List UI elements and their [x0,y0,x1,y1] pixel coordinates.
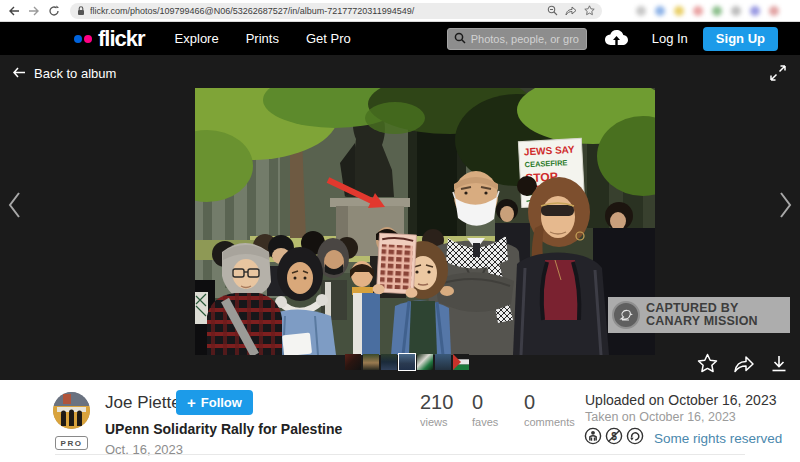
album-thumbnail[interactable] [363,354,379,370]
share-icon[interactable] [733,354,755,373]
search-box[interactable] [447,28,587,50]
views-count: 210 [420,391,453,414]
nav-explore[interactable]: Explore [175,31,219,46]
flickr-header: flickr Explore Prints Get Pro Log In Sig… [0,22,800,55]
follow-button[interactable]: + Follow [176,390,253,415]
watermark-line1: CAPTURED BY [646,302,758,316]
flickr-photo-page: flickr.com/photos/109799466@N06/53262687… [0,0,800,462]
flickr-logo[interactable]: flickr [74,26,145,52]
back-to-album-link[interactable]: Back to album [12,66,116,81]
logo-dot-blue [74,35,82,43]
album-thumbnail[interactable] [417,354,433,370]
search-input[interactable] [471,33,579,45]
photo-stage: Back to album [0,55,800,380]
taken-date: Taken on October 16, 2023 [585,410,736,424]
fullscreen-expand-icon[interactable] [769,64,787,86]
nav-prints[interactable]: Prints [246,31,279,46]
lock-icon [77,2,85,20]
upload-cloud-icon[interactable] [603,29,630,48]
main-photo[interactable]: JEWS SAY CEASEFIRE STOP [195,88,655,355]
plus-icon: + [187,394,196,411]
follow-label: Follow [201,395,242,410]
some-rights-reserved-link[interactable]: Some rights reserved [654,431,782,446]
browser-extension-icons[interactable] [636,6,779,16]
cc-noncommercial-icon: $ [605,427,623,449]
share-page-icon[interactable] [565,2,577,20]
extension-icon[interactable] [636,6,646,16]
photo-title: UPenn Solidarity Rally for Palestine [105,421,342,437]
photo-info-bar: PRO Joe Piette + Follow UPenn Solidarity… [0,380,800,462]
faves-stat: 0 faves [472,391,498,428]
cc-sharealike-icon [626,427,644,449]
browser-forward-icon[interactable] [26,3,42,19]
divider [55,454,745,455]
comments-stat: 0 comments [524,391,575,428]
uploaded-date: Uploaded on October 16, 2023 [585,392,776,408]
faves-count: 0 [472,391,498,414]
search-icon [454,30,466,48]
browser-reload-icon[interactable] [46,3,62,19]
album-thumbnail[interactable] [345,354,361,370]
extension-icon[interactable] [655,6,665,16]
extension-icon[interactable] [769,6,779,16]
back-arrow-icon [12,66,26,81]
next-photo-arrow[interactable] [778,191,793,223]
extension-icon[interactable] [712,6,722,16]
favorite-star-icon[interactable] [697,353,718,373]
download-icon[interactable] [770,354,788,373]
login-link[interactable]: Log In [652,31,688,46]
comments-count: 0 [524,391,575,414]
newspaper [372,233,420,298]
browser-toolbar: flickr.com/photos/109799466@N06/53262687… [0,0,800,22]
logo-dot-pink [84,35,92,43]
album-thumbnail-strip [345,354,469,370]
url-text: flickr.com/photos/109799466@N06/53262687… [90,6,542,16]
address-bar[interactable]: flickr.com/photos/109799466@N06/53262687… [70,3,602,19]
owner-name[interactable]: Joe Piette [105,393,181,413]
photo-actions [697,353,788,373]
views-stat: 210 views [420,391,453,428]
canary-bird-icon [612,301,640,329]
avatar[interactable] [53,392,90,429]
comments-label: comments [524,416,575,428]
pro-badge: PRO [55,436,88,450]
cc-attribution-icon [584,427,602,449]
album-thumbnail[interactable] [381,354,397,370]
license-row: $ Some rights reserved [584,427,782,449]
album-thumbnail-flag[interactable] [453,354,469,370]
extension-icon[interactable] [731,6,741,16]
previous-photo-arrow[interactable] [7,191,22,223]
signup-button[interactable]: Sign Up [703,27,778,51]
browser-back-icon[interactable] [6,3,22,19]
canary-mission-watermark: CAPTURED BY CANARY MISSION [608,297,790,333]
album-thumbnail[interactable] [435,354,451,370]
watermark-line2: CANARY MISSION [646,315,758,329]
nav-getpro[interactable]: Get Pro [306,31,351,46]
extension-icon[interactable] [693,6,703,16]
faves-label: faves [472,416,498,428]
bookmark-star-icon[interactable] [584,2,595,20]
logo-wordmark: flickr [98,26,145,52]
zoom-page-icon[interactable] [547,2,558,20]
album-thumbnail-selected[interactable] [399,354,415,370]
back-to-album-label: Back to album [34,66,116,81]
extension-icon[interactable] [750,6,760,16]
views-label: views [420,416,453,428]
extension-icon[interactable] [674,6,684,16]
